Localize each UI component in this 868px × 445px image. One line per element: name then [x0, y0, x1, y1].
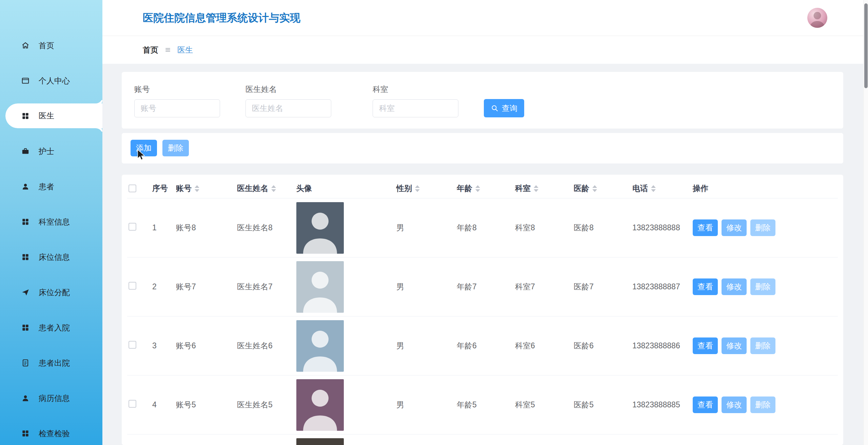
- sort-carets-icon[interactable]: [592, 185, 597, 192]
- toolbar: 添加 删除: [122, 133, 843, 163]
- sidebar-item-6[interactable]: 床位信息: [0, 239, 102, 275]
- sidebar-item-0[interactable]: 首页: [0, 28, 102, 63]
- row-view-button[interactable]: 查看: [693, 219, 718, 236]
- cell-account: 账号6: [169, 341, 230, 351]
- sidebar: 首页个人中心医生护士患者科室信息床位信息床位分配患者入院患者出院病历信息检查检验: [0, 0, 102, 445]
- sidebar-item-label: 患者入院: [39, 323, 70, 333]
- column-header-5[interactable]: 年龄: [450, 183, 508, 194]
- cell-age: 年龄7: [450, 282, 508, 292]
- grid-icon: [21, 217, 30, 226]
- column-header-4[interactable]: 性别: [390, 183, 450, 194]
- select-all-checkbox[interactable]: [127, 185, 145, 192]
- sidebar-item-11[interactable]: 检查检验: [0, 416, 102, 445]
- column-header-6[interactable]: 科室: [508, 183, 567, 194]
- row-view-button[interactable]: 查看: [693, 278, 718, 295]
- search-input-1[interactable]: [245, 99, 331, 117]
- plane-icon: [21, 288, 30, 297]
- search-field-0: 账号: [134, 84, 220, 117]
- row-checkbox[interactable]: [127, 223, 145, 233]
- grid-icon: [21, 323, 30, 332]
- sidebar-item-4[interactable]: 患者: [0, 169, 102, 204]
- grid-icon: [21, 112, 30, 120]
- row-view-button[interactable]: 查看: [693, 396, 718, 413]
- cell-phone: 13823888885: [626, 400, 686, 409]
- cell-account: 账号5: [169, 400, 230, 410]
- scrollbar-thumb[interactable]: [864, 3, 868, 88]
- breadcrumb-home[interactable]: 首页: [143, 45, 158, 55]
- row-checkbox[interactable]: [127, 282, 145, 292]
- cell-account: 账号7: [169, 282, 230, 292]
- sort-carets-icon[interactable]: [195, 185, 199, 192]
- cell-name: 医生姓名7: [230, 282, 290, 292]
- row-edit-button[interactable]: 修改: [722, 337, 747, 354]
- row-view-button[interactable]: 查看: [693, 337, 718, 354]
- doctor-table: 序号账号医生姓名头像性别年龄科室医龄电话操作 1账号8医生姓名8男年龄8科室8医…: [122, 175, 843, 445]
- search-field-2: 科室: [373, 84, 458, 117]
- table-row: 3账号6医生姓名6男年龄6科室6医龄613823888886查看修改删除: [127, 316, 838, 375]
- cell-avatar: [290, 438, 390, 445]
- cell-index: 1: [145, 223, 169, 232]
- cell-avatar: [290, 320, 390, 372]
- row-delete-button[interactable]: 删除: [750, 219, 775, 236]
- user-avatar[interactable]: [807, 8, 827, 28]
- sidebar-item-1[interactable]: 个人中心: [0, 63, 102, 98]
- sidebar-item-7[interactable]: 床位分配: [0, 275, 102, 310]
- cell-years: 医龄5: [567, 400, 626, 410]
- row-edit-button[interactable]: 修改: [722, 219, 747, 236]
- search-input-2[interactable]: [373, 99, 458, 117]
- page-scrollbar[interactable]: [863, 0, 868, 445]
- cell-department: 科室7: [508, 282, 567, 292]
- search-button-label: 查询: [502, 103, 517, 114]
- search-field-label: 医生姓名: [245, 84, 331, 95]
- cell-account: 账号8: [169, 222, 230, 233]
- search-input-0[interactable]: [134, 99, 220, 117]
- add-button[interactable]: 添加: [131, 140, 157, 156]
- row-edit-button[interactable]: 修改: [722, 396, 747, 413]
- table-row: 2账号7医生姓名7男年龄7科室7医龄713823888887查看修改删除: [127, 257, 838, 316]
- content-area: 账号医生姓名科室 查询 添加 删除 序号账号医生姓名头像性别年龄科室医龄电话操作: [102, 64, 868, 445]
- row-checkbox[interactable]: [127, 341, 145, 351]
- row-delete-button[interactable]: 删除: [750, 337, 775, 354]
- cell-age: 年龄8: [450, 222, 508, 233]
- sidebar-item-10[interactable]: 病历信息: [0, 381, 102, 416]
- column-header-2[interactable]: 医生姓名: [230, 183, 290, 194]
- sort-carets-icon[interactable]: [271, 185, 276, 192]
- sort-carets-icon[interactable]: [475, 185, 480, 192]
- column-header-3: 头像: [290, 183, 390, 194]
- search-button[interactable]: 查询: [484, 99, 524, 117]
- breadcrumb-current[interactable]: 医生: [177, 45, 193, 55]
- column-header-9: 操作: [686, 183, 838, 194]
- briefcase-icon: [21, 147, 30, 156]
- column-header-8[interactable]: 电话: [626, 183, 686, 194]
- table-row: 4账号5医生姓名5男年龄5科室5医龄513823888885查看修改删除: [127, 375, 838, 434]
- main-area: 医院住院信息管理系统设计与实现 首页 医生 账号医生姓名科室: [102, 0, 868, 445]
- sidebar-item-9[interactable]: 患者出院: [0, 345, 102, 381]
- cell-years: 医龄8: [567, 222, 626, 233]
- sort-carets-icon[interactable]: [415, 185, 420, 192]
- cell-gender: 男: [390, 341, 450, 351]
- sidebar-item-2[interactable]: 医生: [5, 103, 102, 128]
- sidebar-item-5[interactable]: 科室信息: [0, 204, 102, 239]
- column-header-7[interactable]: 医龄: [567, 183, 626, 194]
- row-delete-button[interactable]: 删除: [750, 396, 775, 413]
- sort-carets-icon[interactable]: [651, 185, 656, 192]
- doctor-photo: [296, 379, 344, 431]
- sidebar-menu: 首页个人中心医生护士患者科室信息床位信息床位分配患者入院患者出院病历信息检查检验: [0, 0, 102, 445]
- search-icon: [491, 104, 499, 112]
- row-delete-button[interactable]: 删除: [750, 278, 775, 295]
- delete-button[interactable]: 删除: [162, 140, 189, 156]
- column-header-1[interactable]: 账号: [169, 183, 230, 194]
- row-checkbox[interactable]: [127, 400, 145, 410]
- id-card-icon: [21, 76, 30, 85]
- sidebar-item-label: 个人中心: [39, 76, 70, 86]
- sidebar-item-label: 科室信息: [39, 217, 70, 227]
- sidebar-item-8[interactable]: 患者入院: [0, 310, 102, 345]
- search-field-label: 账号: [134, 84, 220, 95]
- sidebar-item-3[interactable]: 护士: [0, 134, 102, 169]
- row-edit-button[interactable]: 修改: [722, 278, 747, 295]
- cell-actions: 查看修改删除: [686, 219, 838, 236]
- sidebar-item-label: 病历信息: [39, 393, 70, 404]
- table-body: 1账号8医生姓名8男年龄8科室8医龄813823888888查看修改删除2账号7…: [127, 198, 838, 445]
- sidebar-item-label: 医生: [39, 111, 54, 121]
- sort-carets-icon[interactable]: [534, 185, 538, 192]
